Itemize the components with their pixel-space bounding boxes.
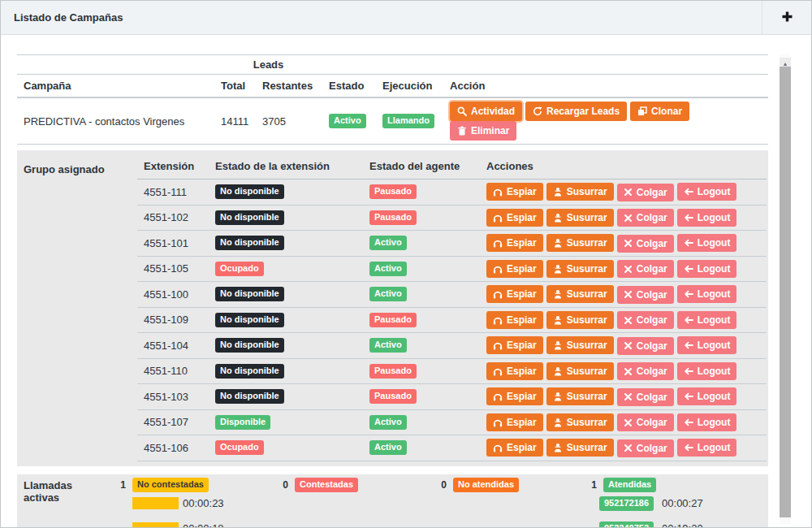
close-icon [624, 214, 633, 223]
close-icon [624, 392, 633, 401]
close-icon [624, 265, 633, 274]
logout-button[interactable]: Logout [677, 234, 737, 252]
whisper-icon [553, 213, 563, 223]
activity-button[interactable]: Actividad [450, 102, 522, 121]
refresh-icon [533, 106, 542, 116]
whisper-button[interactable]: Susurrar [546, 234, 614, 252]
call-counter: 1 Atendidas [585, 479, 768, 491]
campaign-actions-cell: Actividad Recargar Leads Clonar Eliminar [443, 97, 768, 145]
hangup-button[interactable]: Colgar [617, 260, 674, 278]
logout-button[interactable]: Logout [677, 183, 737, 201]
caller-number-badge: 952172186 [599, 496, 654, 511]
whisper-icon [553, 289, 563, 299]
spy-button[interactable]: Espiar [486, 285, 543, 303]
hangup-button[interactable]: Colgar [617, 388, 674, 406]
spy-button[interactable]: Espiar [486, 209, 543, 227]
whisper-button[interactable]: Susurrar [546, 209, 614, 227]
whisper-icon [553, 187, 563, 197]
spy-button[interactable]: Espiar [486, 336, 543, 354]
whisper-button[interactable]: Susurrar [546, 336, 614, 354]
extension-state-badge: No disponible [215, 313, 284, 327]
logout-button[interactable]: Logout [677, 311, 737, 329]
agent-state-badge: Activo [369, 440, 407, 455]
extension-state-badge: No disponible [215, 184, 284, 199]
call-counter-column: 0 No atendidas [435, 479, 585, 528]
campaign-name: PREDICTIVA - contactos Virgenes [17, 97, 214, 145]
extension-row: 4551-109 No disponible Pausado Espiar Su… [137, 307, 767, 333]
call-timer: 00:00:18 [183, 522, 224, 528]
hangup-button[interactable]: Colgar [617, 235, 674, 253]
campaign-table: Leads Campaña Total Restantes Estado Eje… [17, 54, 768, 145]
logout-button[interactable]: Logout [677, 439, 737, 457]
reload-leads-button[interactable]: Recargar Leads [525, 102, 627, 121]
up-arrow-icon: ▲ [783, 61, 788, 67]
clone-button[interactable]: Clonar [630, 102, 689, 121]
logout-button[interactable]: Logout [677, 285, 737, 303]
call-counter: 1 No contestadas [114, 479, 277, 491]
left-arrow-icon [684, 366, 693, 376]
left-arrow-icon [684, 443, 693, 452]
row-actions-cell: Espiar Susurrar Colgar Logout [480, 205, 767, 231]
trash-icon [457, 126, 467, 136]
hangup-button[interactable]: Colgar [617, 439, 674, 457]
headphones-icon [493, 340, 503, 350]
logout-button[interactable]: Logout [677, 260, 737, 278]
whisper-button[interactable]: Susurrar [546, 362, 614, 380]
logout-button[interactable]: Logout [677, 387, 737, 405]
spy-button[interactable]: Espiar [486, 260, 543, 278]
hangup-button[interactable]: Colgar [617, 311, 674, 329]
extension-row: 4551-104 No disponible Activo Espiar Sus… [137, 333, 767, 359]
caller-number-badge: 952240752 [599, 522, 654, 528]
spy-button[interactable]: Espiar [486, 362, 543, 380]
window-body: Leads Campaña Total Restantes Estado Eje… [1, 35, 811, 527]
hangup-button[interactable]: Colgar [617, 362, 674, 380]
spy-button[interactable]: Espiar [486, 183, 543, 201]
extensions-header-row: Extensión Estado de la extensión Estado … [137, 154, 767, 180]
whisper-button[interactable]: Susurrar [546, 260, 614, 278]
hangup-button[interactable]: Colgar [617, 184, 674, 201]
add-campaign-button[interactable] [762, 1, 811, 34]
spy-button[interactable]: Espiar [486, 439, 543, 457]
spy-button[interactable]: Espiar [486, 413, 543, 431]
extension-row: 4551-100 No disponible Activo Espiar Sus… [137, 282, 767, 308]
hangup-button[interactable]: Colgar [617, 209, 674, 227]
whisper-button[interactable]: Susurrar [546, 183, 614, 201]
spy-button[interactable]: Espiar [486, 234, 543, 252]
logout-button[interactable]: Logout [677, 362, 737, 380]
logout-button[interactable]: Logout [677, 209, 737, 227]
whisper-button[interactable]: Susurrar [546, 413, 614, 431]
logout-button[interactable]: Logout [677, 413, 737, 431]
whisper-icon [553, 315, 563, 325]
headphones-icon [493, 187, 503, 197]
page-title: Listado de Campañas [14, 11, 123, 24]
col-extension-state: Estado de la extensión [209, 154, 363, 180]
extension-number: 4551-100 [137, 282, 209, 308]
spy-button[interactable]: Espiar [486, 311, 543, 329]
spy-button[interactable]: Espiar [486, 387, 543, 405]
call-counter: 0 No atendidas [435, 479, 585, 491]
hangup-button[interactable]: Colgar [617, 337, 674, 355]
scrollbar-thumb[interactable] [780, 67, 791, 517]
agent-state-badge: Pausado [369, 389, 417, 404]
col-execution: Ejecución [376, 75, 443, 98]
leads-group-header: Leads [214, 55, 322, 75]
logout-button[interactable]: Logout [677, 336, 737, 354]
call-counter-badge: Contestadas [295, 478, 358, 492]
whisper-icon [553, 238, 563, 248]
hangup-button[interactable]: Colgar [617, 413, 674, 431]
col-agent-state: Estado del agente [363, 154, 480, 180]
hidden-number-bar [132, 497, 179, 509]
hangup-button[interactable]: Colgar [617, 286, 674, 304]
left-arrow-icon [684, 187, 693, 197]
extension-row: 4551-101 No disponible Activo Espiar Sus… [137, 231, 767, 257]
whisper-button[interactable]: Susurrar [546, 439, 614, 457]
whisper-button[interactable]: Susurrar [546, 311, 614, 329]
whisper-button[interactable]: Susurrar [546, 285, 614, 303]
whisper-button[interactable]: Susurrar [546, 387, 614, 405]
delete-button[interactable]: Eliminar [450, 121, 516, 141]
extension-number: 4551-111 [137, 180, 209, 206]
headphones-icon [493, 418, 503, 427]
row-actions-cell: Espiar Susurrar Colgar Logout [480, 333, 767, 359]
close-icon [624, 290, 633, 299]
vertical-scrollbar[interactable]: ▲ [780, 54, 791, 524]
